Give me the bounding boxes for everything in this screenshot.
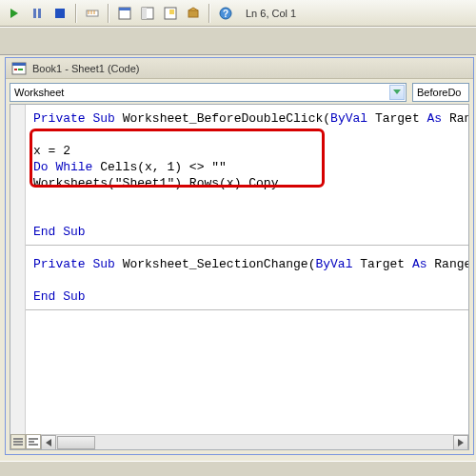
svg-rect-26 (29, 441, 34, 443)
svg-rect-20 (18, 69, 23, 70)
svg-text:?: ? (223, 9, 228, 19)
window-icon (118, 7, 131, 20)
procedure-dropdown-value: BeforeDo (417, 87, 461, 98)
procedure-separator (26, 309, 468, 310)
code-window-titlebar[interactable]: Book1 - Sheet1 (Code) (6, 58, 473, 79)
hand-icon (141, 7, 154, 20)
cursor-position: Ln 6, Col 1 (246, 8, 296, 19)
main-toolbar: ? Ln 6, Col 1 (0, 0, 476, 27)
svg-rect-13 (169, 10, 174, 14)
help-icon: ? (219, 7, 232, 20)
object-dropdown-value: Worksheet (14, 87, 64, 98)
proc-view-icon (13, 438, 23, 446)
properties-button[interactable] (137, 3, 158, 24)
svg-marker-21 (393, 89, 401, 94)
mdi-background (0, 27, 476, 55)
svg-rect-9 (119, 8, 130, 10)
svg-marker-28 (46, 439, 51, 446)
margin-indicator-bar (10, 105, 26, 434)
play-icon (10, 9, 19, 18)
code-text: Private Sub Worksheet_BeforeDoubleClick(… (33, 110, 465, 305)
code-editor[interactable]: Private Sub Worksheet_BeforeDoubleClick(… (10, 104, 469, 450)
svg-rect-14 (188, 10, 198, 17)
separator (75, 4, 77, 23)
browser-icon (164, 7, 177, 20)
svg-rect-27 (29, 444, 38, 446)
scroll-thumb[interactable] (57, 436, 95, 449)
svg-rect-25 (29, 438, 38, 440)
toolbox-button[interactable] (183, 3, 204, 24)
full-module-view-button[interactable] (26, 434, 41, 449)
svg-rect-22 (13, 438, 23, 440)
object-browser-button[interactable] (160, 3, 181, 24)
full-view-icon (29, 438, 38, 446)
code-window: Book1 - Sheet1 (Code) Worksheet BeforeDo… (5, 57, 474, 455)
svg-rect-24 (13, 444, 23, 446)
svg-rect-1 (33, 9, 36, 18)
svg-rect-23 (13, 441, 23, 443)
separator (108, 4, 109, 23)
object-dropdown[interactable]: Worksheet (10, 83, 407, 102)
pause-button[interactable] (27, 3, 48, 24)
continue-button[interactable] (4, 3, 25, 24)
svg-marker-29 (458, 439, 464, 446)
svg-rect-2 (38, 9, 41, 18)
chevron-down-icon (389, 85, 405, 100)
svg-rect-18 (12, 63, 26, 66)
window-frame-bottom (0, 461, 476, 476)
design-mode-button[interactable] (82, 3, 103, 24)
procedure-separator (26, 245, 468, 246)
dropdown-row: Worksheet BeforeDo (6, 79, 473, 102)
svg-rect-19 (14, 69, 17, 70)
scroll-left-icon[interactable] (41, 435, 56, 450)
code-module-icon (11, 61, 27, 76)
scroll-track[interactable] (95, 435, 453, 449)
svg-rect-3 (55, 9, 65, 18)
pause-icon (32, 9, 42, 18)
project-explorer-button[interactable] (114, 3, 135, 24)
code-window-title: Book1 - Sheet1 (Code) (32, 63, 140, 74)
procedure-view-button[interactable] (10, 434, 26, 449)
svg-marker-0 (10, 9, 18, 18)
separator (208, 4, 210, 23)
help-button[interactable]: ? (215, 3, 236, 24)
ruler-icon (86, 7, 99, 20)
stop-button[interactable] (50, 3, 70, 24)
scroll-right-icon[interactable] (453, 435, 468, 450)
stop-icon (55, 9, 65, 18)
procedure-dropdown[interactable]: BeforeDo (412, 83, 469, 102)
svg-rect-11 (142, 8, 147, 19)
horizontal-scrollbar[interactable] (41, 434, 468, 449)
toolbox-icon (187, 7, 200, 20)
view-mode-buttons (10, 434, 41, 449)
